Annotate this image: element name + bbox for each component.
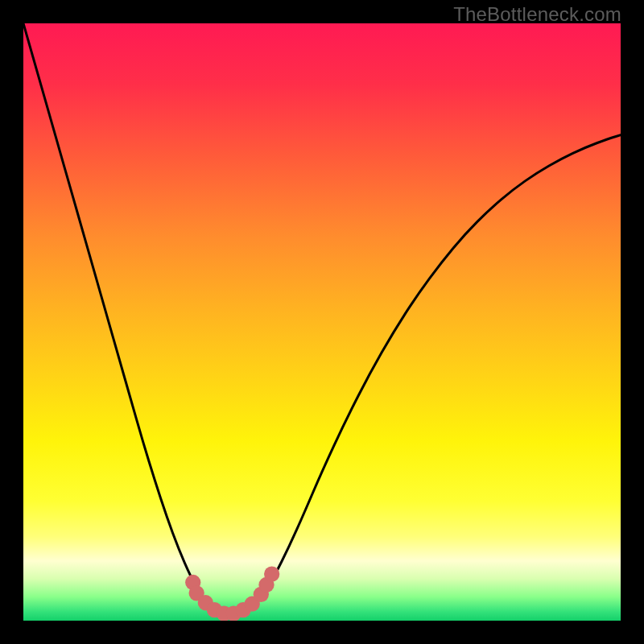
bottom-dots xyxy=(185,566,279,621)
outer-frame: TheBottleneck.com xyxy=(0,0,644,644)
watermark-text: TheBottleneck.com xyxy=(453,3,621,26)
plot-area xyxy=(23,23,621,621)
bottleneck-curve xyxy=(23,23,621,616)
chart-svg xyxy=(23,23,621,621)
marker-dot xyxy=(264,566,279,581)
